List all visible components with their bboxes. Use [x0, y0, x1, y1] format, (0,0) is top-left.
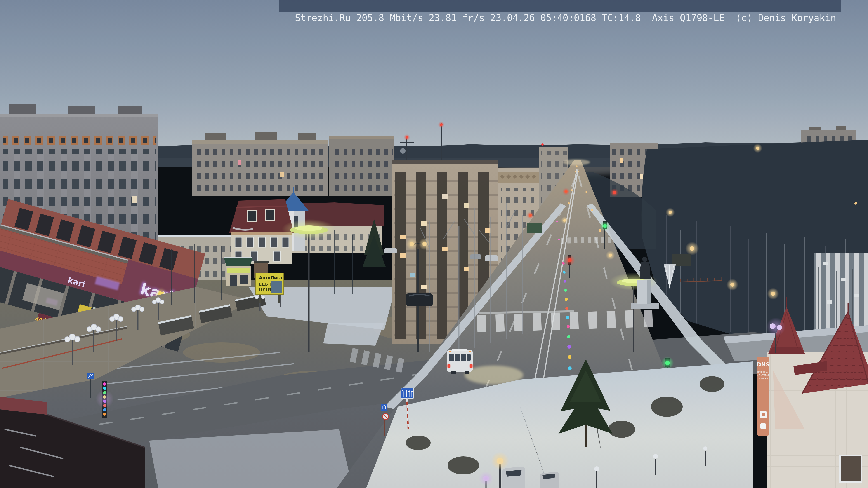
webcam-frame: kari kari kari ЗАЙМЫ — [0, 0, 868, 488]
vignette — [0, 0, 868, 488]
camera-overlay-bar: Strezhi.Ru 205.8 Mbit/s 23.81 fr/s 23.04… — [279, 0, 841, 12]
camera-overlay-text: Strezhi.Ru 205.8 Mbit/s 23.81 fr/s 23.04… — [295, 12, 836, 23]
